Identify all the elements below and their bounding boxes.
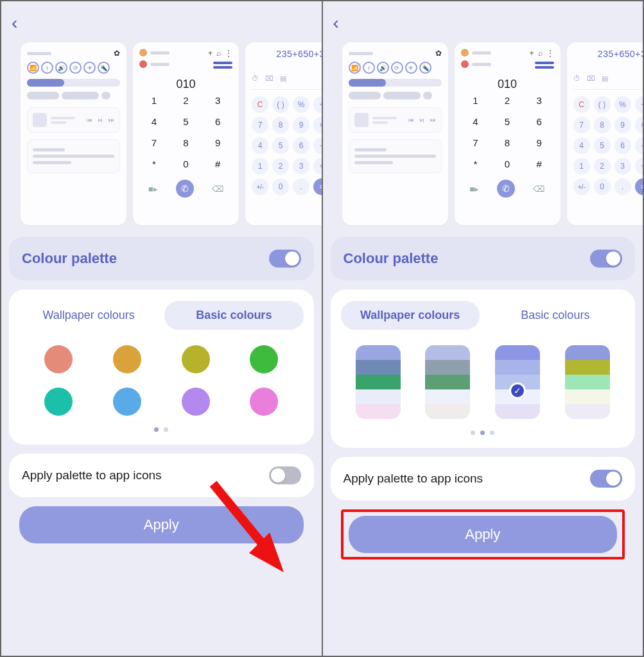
colour-swatch[interactable] <box>44 388 73 416</box>
palette-stack[interactable]: ✓ <box>495 345 540 419</box>
apply-to-icons-label: Apply palette to app icons <box>22 468 162 482</box>
dial-keypad: 123 456 789 *0# <box>139 95 232 169</box>
apply-to-icons-toggle[interactable] <box>590 470 622 488</box>
plus-icon: + <box>208 49 213 58</box>
quick-toggle-icons: 📶 ᚼ 🔊 ⟳ ✈ 🔦 <box>27 62 120 74</box>
pager-dots <box>19 427 304 432</box>
colour-swatch[interactable] <box>250 345 278 373</box>
colour-palette-title: Colour palette <box>22 250 117 267</box>
apply-to-icons-row[interactable]: Apply palette to app icons <box>331 457 636 500</box>
colour-palette-row[interactable]: Colour palette <box>331 237 636 280</box>
colour-swatch[interactable] <box>113 345 141 373</box>
colour-picker-card: Wallpaper colours Basic colours ✓ <box>331 289 636 448</box>
pager-dots <box>341 431 625 435</box>
colour-palette-title: Colour palette <box>344 250 439 267</box>
dial-display: 010 <box>139 78 232 91</box>
brightness-slider <box>27 79 120 87</box>
colour-swatch[interactable] <box>182 345 210 373</box>
tab-basic-colours[interactable]: Basic colours <box>486 301 625 330</box>
preview-dialer[interactable]: +⌕⋮ 010 123 456 789 *0# ■▸ ✆ ⌫ <box>455 42 561 225</box>
check-icon: ✓ <box>509 382 526 399</box>
tab-basic-colours[interactable]: Basic colours <box>164 301 303 330</box>
back-icon[interactable]: ‹ <box>12 13 17 33</box>
preview-strip: ✿ 📶ᚼ🔊⟳✈🔦 ⏮⏯⏭ +⌕⋮ 010 123 <box>323 37 643 237</box>
palette-stack[interactable] <box>425 345 470 419</box>
header: ‹ <box>323 1 643 37</box>
calc-expression: 235+650+37 <box>252 49 322 59</box>
video-icon: ■▸ <box>148 184 158 194</box>
preview-dialer[interactable]: + ⌕ ⋮ 010 123 456 789 *0# ■▸ ✆ ⌫ <box>133 42 239 225</box>
back-icon[interactable]: ‹ <box>333 13 339 33</box>
screenshot-right: ‹ ✿ 📶ᚼ🔊⟳✈🔦 ⏮⏯⏭ +⌕⋮ 01 <box>322 0 645 657</box>
preview-strip: ✿ 📶 ᚼ 🔊 ⟳ ✈ 🔦 ⏮ ⏯ ⏭ <box>1 37 322 237</box>
preview-calculator[interactable]: 235+650+37 ⏱ ⌧ ▤ C( )%÷ 789× 456− 123+ +… <box>245 42 322 225</box>
delete-icon: ⌫ <box>212 184 223 194</box>
basic-colour-swatches <box>19 345 304 416</box>
colour-swatch[interactable] <box>182 388 210 416</box>
search-icon: ⌕ <box>216 49 221 58</box>
tab-wallpaper-colours[interactable]: Wallpaper colours <box>341 301 480 330</box>
palette-stack[interactable] <box>565 345 610 419</box>
colour-swatch[interactable] <box>113 388 141 416</box>
apply-button[interactable]: Apply <box>349 516 618 553</box>
preview-calculator[interactable]: 235+650+37 ⏱⌧▤ C( )%÷ 789× 456− 123+ +/-… <box>567 42 643 225</box>
gear-icon: ✿ <box>114 49 120 58</box>
more-icon: ⋮ <box>225 49 232 58</box>
preview-quickpanel[interactable]: ✿ 📶 ᚼ 🔊 ⟳ ✈ 🔦 ⏮ ⏯ ⏭ <box>21 42 126 225</box>
palette-stack[interactable] <box>356 345 401 419</box>
colour-picker-card: Wallpaper colours Basic colours <box>9 289 314 445</box>
colour-palette-row[interactable]: Colour palette <box>9 237 314 280</box>
preview-quickpanel[interactable]: ✿ 📶ᚼ🔊⟳✈🔦 ⏮⏯⏭ <box>342 42 448 225</box>
call-icon: ✆ <box>176 180 194 198</box>
colour-palette-toggle[interactable] <box>590 250 622 268</box>
calc-keypad: C( )%÷ 789× 456− 123+ +/-0.= <box>252 96 322 195</box>
colour-swatch[interactable] <box>250 388 278 416</box>
annotation-highlight: Apply <box>341 509 625 559</box>
apply-to-icons-toggle[interactable] <box>269 466 301 484</box>
wallpaper-colour-stacks: ✓ <box>341 345 625 431</box>
apply-to-icons-label: Apply palette to app icons <box>344 472 483 486</box>
apply-button[interactable]: Apply <box>19 506 304 543</box>
colour-swatch[interactable] <box>44 345 73 373</box>
header: ‹ <box>1 1 322 37</box>
apply-to-icons-row[interactable]: Apply palette to app icons <box>9 454 314 497</box>
screenshot-left: ‹ ✿ 📶 ᚼ 🔊 ⟳ ✈ 🔦 <box>0 0 322 657</box>
gear-icon: ✿ <box>435 49 442 58</box>
tab-wallpaper-colours[interactable]: Wallpaper colours <box>19 301 158 330</box>
colour-palette-toggle[interactable] <box>269 250 301 268</box>
